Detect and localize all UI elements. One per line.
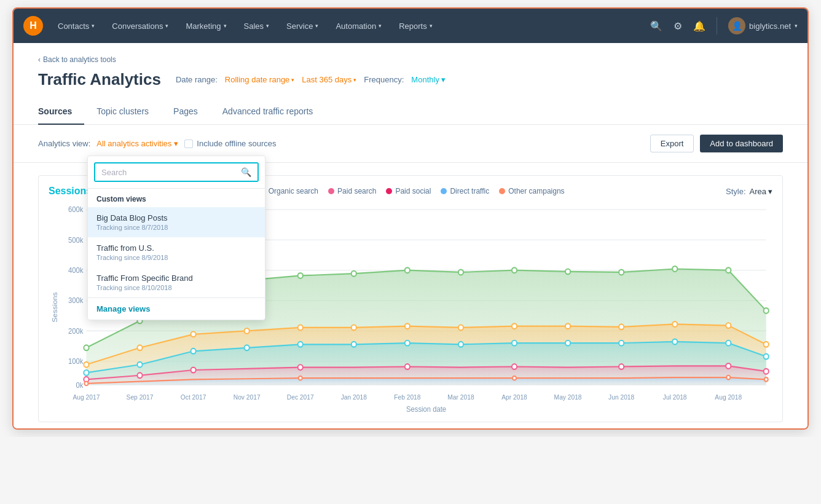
add-to-dashboard-button[interactable]: Add to dashboard (700, 135, 783, 152)
chevron-down-icon: ▾ (795, 23, 798, 29)
dropdown-item-title-0: Big Data Blog Posts (96, 213, 256, 222)
tab-topic-clusters[interactable]: Topic clusters (84, 99, 161, 125)
svg-text:Mar 2018: Mar 2018 (447, 393, 474, 401)
nav-contacts[interactable]: Contacts ▾ (50, 17, 102, 36)
svg-point-63 (619, 364, 624, 369)
chevron-down-icon: ▾ (430, 23, 433, 29)
svg-point-21 (405, 267, 410, 273)
legend-item-direct: Direct traffic (441, 187, 489, 195)
svg-point-15 (84, 345, 88, 350)
hubspot-logo: H (23, 16, 43, 36)
svg-point-67 (299, 376, 302, 380)
account-menu[interactable]: 👤 biglytics.net ▾ (728, 17, 798, 34)
svg-point-39 (619, 324, 624, 329)
svg-point-43 (84, 370, 88, 376)
dropdown-body: Custom views Big Data Blog Posts Trackin… (88, 189, 265, 297)
svg-point-68 (513, 376, 516, 380)
chevron-down-icon: ▾ (379, 23, 382, 29)
svg-point-35 (405, 323, 410, 329)
breadcrumb[interactable]: ‹ Back to analytics tools (38, 55, 783, 64)
svg-text:Sep 2017: Sep 2017 (127, 393, 154, 401)
svg-text:Nov 2017: Nov 2017 (234, 393, 261, 401)
svg-point-45 (191, 348, 196, 354)
tabs-bar: Sources Topic clusters Pages Advanced tr… (14, 99, 807, 125)
svg-point-54 (672, 339, 677, 345)
legend-item-paid-social: Paid social (386, 187, 431, 195)
svg-point-42 (764, 342, 769, 347)
svg-text:Apr 2018: Apr 2018 (501, 393, 527, 401)
chevron-down-icon: ▾ (266, 23, 269, 29)
svg-point-60 (298, 364, 303, 370)
svg-text:Feb 2018: Feb 2018 (394, 393, 420, 401)
nav-marketing[interactable]: Marketing ▾ (178, 17, 234, 36)
frequency-select[interactable]: Monthly ▾ (411, 75, 446, 84)
nav-automation[interactable]: Automation ▾ (328, 17, 389, 36)
offline-sources-checkbox[interactable] (184, 140, 193, 148)
date-period-select[interactable]: Last 365 days ▾ (302, 75, 356, 84)
svg-point-66 (84, 382, 88, 386)
svg-point-37 (512, 323, 517, 329)
svg-point-27 (726, 267, 731, 273)
tab-advanced-reports[interactable]: Advanced traffic reports (210, 99, 326, 125)
search-icon[interactable]: 🔍 (650, 20, 662, 32)
svg-text:Jul 2018: Jul 2018 (663, 393, 687, 401)
svg-text:Dec 2017: Dec 2017 (287, 393, 314, 401)
date-range-select[interactable]: Rolling date range ▾ (225, 75, 295, 84)
svg-point-50 (458, 342, 463, 347)
chevron-down-icon: ▾ (315, 23, 318, 29)
date-range-label: Date range: (176, 75, 218, 84)
svg-text:Aug 2018: Aug 2018 (715, 393, 742, 401)
nav-reports[interactable]: Reports ▾ (391, 17, 440, 36)
dropdown-item-2[interactable]: Traffic From Specific Brand Tracking sin… (88, 267, 265, 297)
legend-item-paid-search: Paid search (328, 187, 376, 195)
chevron-down-icon: ▾ (165, 23, 168, 29)
dropdown-search-area: 🔍 (88, 156, 265, 189)
svg-point-59 (191, 368, 196, 373)
nav-sales[interactable]: Sales ▾ (237, 17, 277, 36)
style-select[interactable]: Area ▾ (750, 187, 772, 196)
export-button[interactable]: Export (650, 135, 694, 152)
svg-text:Session date: Session date (406, 405, 446, 412)
dropdown-section-label: Custom views (88, 189, 265, 207)
chevron-down-icon: ▾ (353, 77, 356, 83)
dropdown-item-title-2: Traffic From Specific Brand (96, 274, 256, 283)
svg-point-70 (764, 377, 768, 382)
svg-point-44 (137, 362, 142, 368)
manage-views-link[interactable]: Manage views (88, 297, 265, 320)
dropdown-item-sub-2: Tracking since 8/10/2018 (96, 284, 256, 291)
svg-text:May 2018: May 2018 (554, 393, 582, 401)
svg-point-52 (565, 341, 570, 346)
svg-point-32 (245, 328, 249, 334)
frequency-label: Frequency: (364, 75, 404, 84)
nav-service[interactable]: Service ▾ (279, 17, 326, 36)
search-input[interactable] (95, 164, 235, 181)
legend-item-other: Other campaigns (499, 187, 564, 195)
svg-point-56 (764, 354, 769, 360)
dropdown-item-1[interactable]: Traffic from U.S. Tracking since 8/9/201… (88, 237, 265, 267)
svg-point-30 (137, 345, 142, 350)
chevron-down-icon: ▾ (174, 139, 178, 148)
svg-point-49 (405, 341, 410, 346)
back-arrow: ‹ (38, 55, 41, 64)
analytics-dropdown: 🔍 Custom views Big Data Blog Posts Track… (87, 156, 265, 320)
chevron-down-icon: ▾ (92, 23, 95, 29)
svg-point-40 (672, 321, 677, 327)
svg-point-19 (298, 273, 303, 278)
svg-point-46 (245, 345, 249, 350)
tab-pages[interactable]: Pages (161, 99, 210, 125)
search-button[interactable]: 🔍 (235, 163, 257, 181)
offline-sources-label: Include offline sources (197, 139, 276, 148)
nav-conversations[interactable]: Conversations ▾ (104, 17, 176, 36)
svg-point-58 (137, 372, 142, 378)
dropdown-item-title-1: Traffic from U.S. (96, 243, 256, 253)
dropdown-item-0[interactable]: Big Data Blog Posts Tracking since 8/7/2… (88, 207, 265, 237)
svg-text:Jan 2018: Jan 2018 (341, 393, 367, 401)
svg-text:Sessions: Sessions (51, 292, 59, 322)
analytics-view-select[interactable]: All analytics activities ▾ (96, 139, 178, 148)
bell-icon[interactable]: 🔔 (693, 20, 705, 32)
svg-point-65 (764, 369, 769, 374)
tab-sources[interactable]: Sources (38, 99, 84, 125)
svg-text:100k: 100k (68, 357, 84, 365)
gear-icon[interactable]: ⚙ (674, 20, 682, 32)
svg-point-31 (191, 331, 196, 337)
